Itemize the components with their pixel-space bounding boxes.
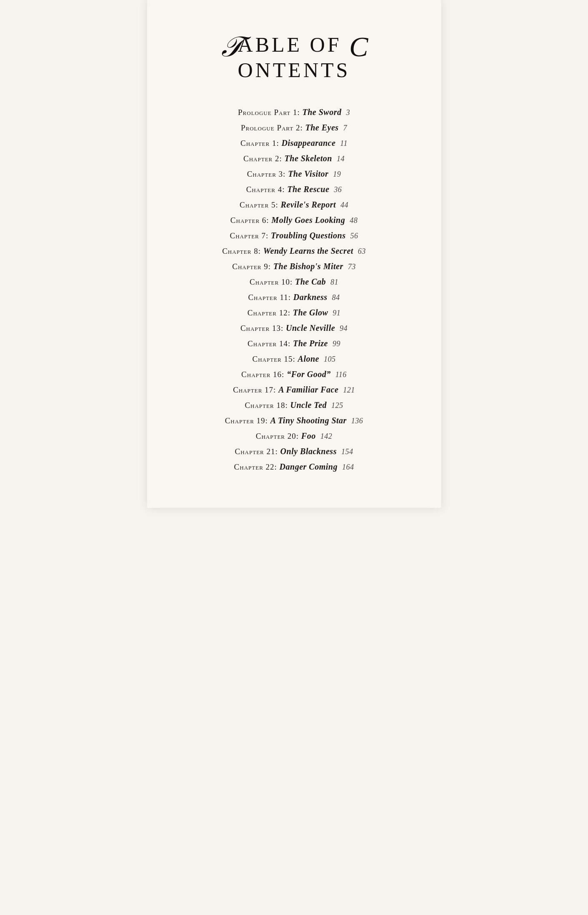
chapter-title: The Cab [295,277,326,286]
chapter-page: 19 [331,170,341,178]
chapter-page: 81 [328,278,338,286]
chapter-title: Uncle Neville [286,323,335,332]
chapter-page: 121 [341,386,355,394]
toc-entry: Chapter 19: A Tiny Shooting Star 136 [225,413,363,428]
chapter-page: 136 [349,417,363,425]
chapter-label: Chapter 4: [246,185,288,194]
toc-entry: Chapter 14: The Prize 99 [248,336,340,351]
toc-entry: Chapter 6: Molly Goes Looking 48 [230,212,358,228]
chapter-page: 116 [333,370,347,379]
toc-entry: Chapter 5: Revile's Report 44 [240,197,348,212]
chapter-title: The Prize [293,339,328,348]
chapter-page: 84 [330,293,340,302]
chapter-title: The Sword [303,108,342,117]
chapter-label: Chapter 19: [225,416,270,425]
chapter-label: Chapter 9: [232,262,273,271]
toc-entry: Chapter 16: “For Good” 116 [241,367,347,382]
chapter-label: Chapter 12: [248,308,293,317]
chapter-page: 99 [330,340,340,348]
chapter-label: Chapter 11: [248,293,293,302]
chapter-label: Chapter 17: [233,385,278,394]
drop-cap-t: 𝒯 [220,35,238,59]
chapter-page: 94 [338,324,348,332]
chapter-title: The Visitor [288,169,328,178]
toc-entry: Chapter 10: The Cab 81 [250,274,338,290]
chapter-page: 164 [340,463,354,471]
title-part1: ABLE OF [238,33,349,56]
chapter-page: 14 [335,155,345,163]
chapter-label: Chapter 3: [247,170,288,178]
toc-entry: Chapter 13: Uncle Neville 94 [240,320,348,336]
chapter-label: Prologue Part 2: [241,123,305,132]
chapter-page: 63 [356,247,366,255]
toc-entry: Chapter 2: The Skeleton 14 [243,151,345,166]
chapter-title: Revile's Report [281,200,336,209]
chapter-title: The Rescue [287,185,329,194]
toc-entry: Chapter 9: The Bishop's Miter 73 [232,259,355,274]
chapter-title: The Glow [293,308,328,317]
toc-entry: Chapter 18: Uncle Ted 125 [245,398,343,413]
chapter-label: Chapter 10: [250,278,295,286]
chapter-page: 3 [344,108,350,117]
chapter-page: 154 [339,448,353,456]
chapter-title: Disappearance [282,138,336,148]
chapter-page: 44 [338,201,348,209]
chapter-page: 91 [330,309,340,317]
chapter-title: The Bishop's Miter [273,262,343,271]
chapter-page: 105 [322,355,336,363]
chapter-page: 73 [346,262,356,271]
chapter-title: The Eyes [305,123,338,132]
toc-entry: Chapter 22: Danger Coming 164 [234,459,354,475]
chapter-title: Uncle Ted [290,400,327,410]
chapter-label: Chapter 14: [248,339,293,348]
toc-entry: Chapter 1: Disappearance 11 [240,135,348,151]
chapter-title: Darkness [293,292,328,302]
toc-entry: Prologue Part 1: The Sword 3 [238,105,350,120]
chapter-label: Chapter 2: [243,154,285,163]
toc-entry: Chapter 7: Troubling Questions 56 [230,228,358,243]
drop-cap-c: C [349,35,368,59]
chapter-label: Chapter 16: [241,370,287,379]
toc-entry: Chapter 3: The Visitor 19 [247,166,341,182]
chapter-page: 125 [329,401,343,410]
chapter-label: Chapter 5: [240,200,281,209]
chapter-label: Chapter 15: [253,355,298,363]
chapter-title: The Skeleton [285,154,332,163]
toc-entry: Prologue Part 2: The Eyes 7 [241,120,347,135]
chapter-label: Chapter 8: [222,247,263,255]
toc-entry: Chapter 21: Only Blackness 154 [235,444,353,459]
chapter-label: Chapter 1: [240,139,282,148]
chapter-title: Wendy Learns the Secret [263,246,353,255]
chapter-title: A Familiar Face [278,385,338,394]
toc-entry: Chapter 20: Foo 142 [256,428,332,444]
chapter-page: 36 [332,185,342,194]
title-part2: ONTENTS [238,58,350,82]
chapter-page: 7 [341,124,348,132]
chapter-label: Chapter 20: [256,432,301,440]
chapter-label: Chapter 22: [234,462,280,471]
toc-entry: Chapter 12: The Glow 91 [248,305,341,320]
chapter-title: Troubling Questions [271,231,345,240]
chapter-page: 48 [348,216,358,225]
chapter-title: Only Blackness [280,447,337,456]
chapter-label: Chapter 18: [245,401,290,410]
chapter-title: “For Good” [287,370,331,379]
toc-entry: Chapter 4: The Rescue 36 [246,182,342,197]
page: 𝒯ABLE OF CONTENTS Prologue Part 1: The S… [147,0,441,508]
chapter-label: Prologue Part 1: [238,108,303,117]
toc-list: Prologue Part 1: The Sword 3Prologue Par… [172,105,416,475]
toc-entry: Chapter 17: A Familiar Face 121 [233,382,355,398]
chapter-label: Chapter 7: [230,231,271,240]
chapter-label: Chapter 13: [240,324,286,332]
chapter-title: A Tiny Shooting Star [270,416,347,425]
chapter-title: Foo [301,431,316,440]
chapter-label: Chapter 6: [230,216,272,225]
chapter-title: Danger Coming [280,462,338,471]
chapter-page: 142 [318,432,333,440]
chapter-title: Alone [298,354,319,363]
chapter-page: 56 [348,232,358,240]
toc-entry: Chapter 11: Darkness 84 [248,290,340,305]
page-title: 𝒯ABLE OF CONTENTS [172,33,416,82]
chapter-title: Molly Goes Looking [271,215,345,225]
toc-entry: Chapter 8: Wendy Learns the Secret 63 [222,243,366,259]
